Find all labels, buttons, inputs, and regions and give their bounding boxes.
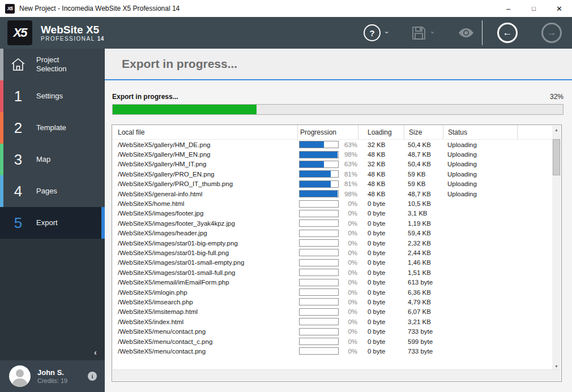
file-progress-percent: 0% [339, 269, 357, 276]
file-path: /WebSiteX5/gallery/HM_IT.png [112, 161, 298, 167]
file-status-value: Uploading [443, 141, 518, 148]
page-title: Export in progress... [122, 57, 237, 71]
file-progress-percent: 0% [339, 210, 357, 217]
file-path: /WebSiteX5/menu/contact.png [112, 328, 298, 335]
file-size-value: 59,4 KB [404, 230, 443, 236]
file-progress-cell: 0% [298, 200, 358, 208]
file-progress-percent: 0% [339, 308, 357, 315]
file-progress-cell: 0% [298, 210, 358, 217]
table-row: /WebSiteX5/imlogin.php 0% 0 byte 6,36 KB [112, 287, 553, 297]
eye-icon [458, 28, 474, 38]
brand-text: WebSite X5 PROFESSIONAL 14 [41, 24, 104, 42]
table-row: /WebSiteX5/images/star01-small-full.png … [112, 268, 553, 277]
sidebar-item-template[interactable]: 2 Template [0, 112, 105, 144]
brand-sub-label: PROFESSIONAL [41, 36, 97, 42]
file-path: /WebSiteX5/images/header.jpg [112, 230, 298, 236]
file-progress-cell: 0% [298, 308, 358, 316]
file-path: /WebSiteX5/home.html [112, 200, 298, 207]
file-progress-cell: 0% [298, 259, 358, 266]
file-progress-percent: 0% [339, 338, 357, 345]
forward-button[interactable]: → [541, 23, 562, 43]
sidebar-item-export[interactable]: 5 Export [0, 207, 105, 239]
file-loading-value: 0 byte [358, 318, 404, 325]
file-progress-percent: 0% [339, 289, 357, 296]
file-progress-cell: 0% [298, 347, 358, 355]
column-header-status[interactable]: Status [443, 125, 518, 139]
sidebar-spacer: ‹ [0, 239, 105, 360]
export-progress-percent: 32% [550, 93, 564, 101]
file-status-value: Uploading [443, 180, 518, 187]
file-status-value: Uploading [443, 151, 518, 158]
sidebar-item-map[interactable]: 3 Map [0, 144, 105, 175]
file-loading-value: 48 KB [358, 151, 404, 158]
file-progress-percent: 0% [339, 249, 357, 256]
file-progress-percent: 0% [339, 348, 357, 355]
file-progress-percent: 0% [339, 200, 357, 207]
info-icon[interactable]: i [88, 372, 97, 381]
file-progress-bar [299, 298, 339, 305]
file-path: /WebSiteX5/images/star01-small-full.png [112, 269, 298, 276]
home-icon [10, 57, 26, 72]
file-progress-cell: 98% [298, 190, 358, 197]
scrollbar-thumb[interactable] [553, 139, 560, 175]
file-progress-bar [299, 338, 339, 345]
help-menu-button[interactable]: ? ⌄ [364, 24, 390, 41]
file-progress-bar [299, 318, 339, 325]
file-loading-value: 0 byte [358, 269, 404, 276]
file-progress-bar [299, 200, 339, 208]
sidebar-item-label: Pages [36, 187, 62, 196]
file-progress-cell: 0% [298, 219, 358, 227]
window-title: New Project - Incomedia WebSite X5 Profe… [19, 5, 180, 12]
table-row: /WebSiteX5/images/star01-big-empty.png 0… [112, 238, 553, 248]
table-row: /WebSiteX5/gallery/HM_EN.png 98% 48 KB 4… [112, 149, 553, 159]
sidebar-item-project-selection[interactable]: Project Selection [0, 49, 105, 80]
x5-logo-icon: X5 [14, 25, 27, 40]
sidebar-collapse-button[interactable]: ‹ [94, 347, 97, 357]
sidebar-item-label: Export [36, 218, 62, 227]
file-size-value: 1,19 KB [404, 220, 443, 227]
table-row: /WebSiteX5/images/star01-small-empty.png… [112, 258, 553, 268]
file-progress-fill [300, 171, 331, 177]
file-progress-percent: 98% [339, 191, 357, 197]
column-header-progression[interactable]: Progression [298, 125, 358, 139]
file-size-value: 50,4 KB [404, 141, 443, 148]
table-row: /WebSiteX5/index.html 0% 0 byte 3,21 KB [112, 317, 553, 326]
file-loading-value: 32 KB [358, 141, 404, 148]
file-size-value: 613 byte [404, 279, 443, 286]
maximize-button[interactable]: □ [521, 0, 547, 17]
file-progress-cell: 63% [298, 161, 358, 168]
table-row: /WebSiteX5/images/header.jpg 0% 0 byte 5… [112, 229, 553, 238]
file-size-value: 2,32 KB [404, 240, 443, 247]
file-progress-bar [299, 347, 339, 355]
save-menu-button[interactable]: ⌄ [411, 25, 436, 41]
preview-button[interactable] [458, 28, 474, 38]
file-path: /WebSiteX5/gallery/HM_EN.png [112, 151, 298, 158]
table-row: /WebSiteX5/gallery/HM_IT.png 63% 32 KB 5… [112, 160, 553, 169]
close-button[interactable]: ✕ [547, 0, 572, 17]
table-header: Local file Progression Loading Size Stat… [112, 125, 553, 140]
column-header-empty [518, 125, 553, 139]
back-button[interactable]: ← [497, 23, 518, 43]
file-size-value: 3,21 KB [404, 318, 443, 325]
column-header-size[interactable]: Size [404, 125, 443, 139]
file-loading-value: 0 byte [358, 308, 404, 315]
file-progress-bar [299, 190, 339, 197]
brand-logo: X5 [7, 20, 32, 45]
sidebar-item-pages[interactable]: 4 Pages [0, 175, 105, 207]
file-loading-value: 0 byte [358, 220, 404, 227]
file-progress-cell: 81% [298, 170, 358, 178]
sidebar-item-settings[interactable]: 1 Settings [0, 80, 105, 112]
scroll-up-icon[interactable]: ▲ [552, 126, 561, 134]
brand-name: WebSite X5 [41, 24, 104, 36]
file-progress-percent: 63% [339, 141, 357, 148]
column-header-local-file[interactable]: Local file [112, 125, 298, 139]
vertical-scrollbar[interactable]: ▲ ▼ [552, 126, 561, 371]
table-row: /WebSiteX5/gallery/PRO_IT_thumb.png 81% … [112, 179, 553, 189]
file-status-value: Uploading [443, 171, 518, 178]
app-icon: X5 [5, 4, 15, 14]
column-header-loading[interactable]: Loading [358, 125, 404, 139]
table-row: /WebSiteX5/imemail/imEmailForm.php 0% 0 … [112, 277, 553, 287]
minimize-button[interactable]: – [496, 0, 521, 17]
brand-version: 14 [97, 36, 104, 42]
horizontal-scrollbar-track[interactable] [113, 369, 561, 381]
